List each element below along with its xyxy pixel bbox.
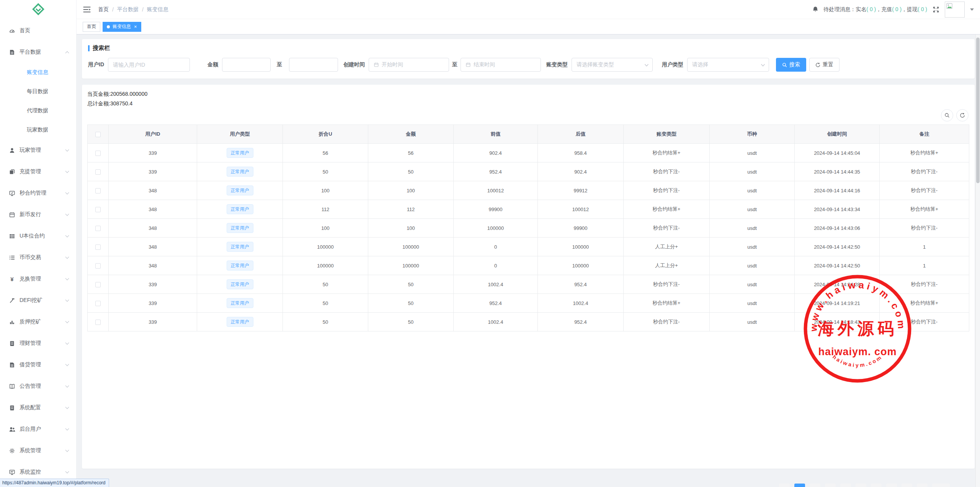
pagination-page[interactable] [810, 484, 820, 487]
pagination-page[interactable] [871, 484, 882, 487]
change-type-select[interactable]: 请选择账变类型 [572, 58, 653, 72]
change-type-placeholder: 请选择账变类型 [577, 61, 614, 68]
sidebar-subitem-account-change[interactable]: 账变信息 [0, 63, 76, 82]
row-checkbox[interactable] [95, 226, 101, 231]
pagination-page-active[interactable] [794, 484, 805, 487]
cell-change-type: 秒合约下注- [624, 181, 710, 200]
sidebar-item-coin-trade[interactable]: 币币交易 [0, 247, 76, 268]
sidebar-item-second-contract[interactable]: 秒合约管理 [0, 182, 76, 204]
pagination-page[interactable] [840, 484, 851, 487]
pagination-page[interactable] [902, 484, 912, 487]
svg-text:¥: ¥ [10, 276, 14, 282]
amount-min-input[interactable] [222, 58, 271, 72]
cell-usdt-equiv: 50 [283, 162, 368, 181]
breadcrumb-home[interactable]: 首页 [98, 6, 109, 13]
row-checkbox[interactable] [95, 151, 101, 156]
sidebar-subitem-label: 玩家数据 [27, 126, 48, 133]
sidebar-item-platform-data[interactable]: 平台数据 [0, 41, 76, 63]
row-checkbox[interactable] [95, 263, 101, 269]
table-row: 348 正常用户 100 100 100012 99912 秒合约下注- usd… [88, 181, 969, 200]
search-button[interactable]: 搜索 [776, 58, 806, 72]
reset-button[interactable]: 重置 [809, 58, 840, 72]
pagination-next-button[interactable] [932, 484, 950, 487]
cell-after: 952.4 [538, 275, 624, 294]
chevron-down-icon [65, 426, 69, 430]
end-time-placeholder: 结束时间 [474, 61, 495, 68]
sidebar-item-staking[interactable]: 质押挖矿 [0, 311, 76, 333]
sidebar-item-admin-users[interactable]: 后台用户 [0, 418, 76, 440]
sidebar-item-home[interactable]: 首页 [0, 20, 76, 41]
cell-amount: 100000 [368, 238, 454, 256]
sidebar-item-u-contract[interactable]: U本位合约 [0, 225, 76, 247]
sidebar-item-player-mgmt[interactable]: 玩家管理 [0, 139, 76, 161]
row-checkbox[interactable] [95, 244, 101, 250]
sidebar-item-system-mgmt[interactable]: 系统管理 [0, 440, 76, 461]
pagination-page[interactable] [886, 484, 897, 487]
chevron-down-icon [65, 362, 69, 366]
bell-icon[interactable] [812, 6, 819, 13]
tab-home[interactable]: 首页 [83, 22, 100, 32]
row-checkbox[interactable] [95, 169, 101, 175]
sidebar-subitem-daily-data[interactable]: 每日数据 [0, 82, 76, 101]
cell-coin: usdt [710, 181, 795, 200]
sidebar-item-new-coin[interactable]: 新币发行 [0, 204, 76, 225]
cell-coin: usdt [710, 313, 795, 331]
sidebar-item-label: 后台用户 [20, 426, 66, 433]
sidebar-toggle-icon[interactable] [83, 6, 91, 13]
tabs-bar: 首页 账变信息 × [77, 19, 980, 34]
end-time-input[interactable]: 结束时间 [461, 58, 541, 72]
cell-usdt-equiv: 100000 [283, 256, 368, 275]
sidebar-item-loan[interactable]: 借贷管理 [0, 354, 76, 375]
sidebar-subitem-agent-data[interactable]: 代理数据 [0, 101, 76, 120]
chevron-up-icon [65, 51, 69, 55]
pagination-page[interactable] [917, 484, 928, 487]
chevron-down-icon [65, 148, 69, 151]
fullscreen-icon[interactable] [932, 5, 940, 14]
scrollbar-thumb[interactable] [976, 38, 980, 183]
document-icon [8, 340, 15, 347]
caret-down-icon[interactable] [970, 8, 974, 11]
row-checkbox[interactable] [95, 320, 101, 325]
row-checkbox[interactable] [95, 207, 101, 212]
users-icon [8, 426, 15, 433]
avatar[interactable] [945, 2, 965, 18]
refresh-icon [815, 62, 820, 67]
pagination-page[interactable] [825, 484, 836, 487]
pagination-prev-button[interactable] [779, 484, 790, 487]
cell-change-type: 人工上分+ [624, 256, 710, 275]
sidebar-item-exchange[interactable]: ¥ 兑换管理 [0, 268, 76, 290]
cell-change-type: 秒合约结算+ [624, 294, 710, 313]
sidebar-item-label: 借贷管理 [20, 361, 66, 368]
pagination-page[interactable] [856, 484, 866, 487]
tab-close-icon[interactable]: × [134, 24, 137, 29]
amount-max-input[interactable] [289, 58, 338, 72]
row-checkbox[interactable] [95, 282, 101, 287]
chevron-down-icon [65, 233, 69, 237]
user-icon [8, 147, 15, 154]
sidebar-item-system-config[interactable]: 系统配置 [0, 397, 76, 418]
row-checkbox[interactable] [95, 188, 101, 193]
chevron-down-icon [65, 341, 69, 344]
cell-remark: 秒合约下注- [880, 219, 969, 238]
user-id-input[interactable] [108, 58, 190, 72]
select-all-checkbox[interactable] [95, 132, 101, 137]
app-logo[interactable] [0, 0, 76, 20]
sidebar-item-defi[interactable]: DEFI挖矿 [0, 290, 76, 311]
top-navbar: 首页 / 平台数据 / 账变信息 待处理消息：实名( 0 )，充值( 0 )，提… [77, 0, 980, 19]
vertical-scrollbar[interactable] [975, 34, 980, 487]
grid-icon [8, 233, 15, 239]
start-time-input[interactable]: 开始时间 [369, 58, 449, 72]
document-icon [8, 405, 15, 411]
sidebar-item-wealth[interactable]: 理财管理 [0, 333, 76, 354]
user-type-select[interactable]: 请选择 [687, 58, 769, 72]
refresh-tool-button[interactable] [956, 109, 969, 121]
sidebar-item-deposit-withdraw[interactable]: 充提管理 [0, 161, 76, 182]
page-amount-summary: 当页金额:200568.000000 [87, 89, 969, 99]
sidebar-item-announcement[interactable]: 公告管理 [0, 375, 76, 397]
cell-coin: usdt [710, 256, 795, 275]
sidebar-subitem-player-data[interactable]: 玩家数据 [0, 120, 76, 139]
zoom-tool-button[interactable] [941, 109, 953, 121]
row-checkbox[interactable] [95, 301, 101, 306]
cell-after: 958.4 [538, 144, 624, 162]
tab-account-change[interactable]: 账变信息 × [103, 22, 141, 32]
